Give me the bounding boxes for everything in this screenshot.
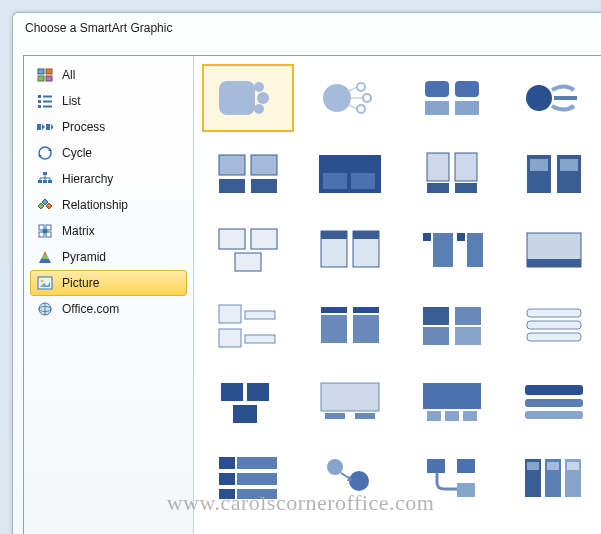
sidebar-item-all[interactable]: All	[30, 62, 187, 88]
svg-rect-23	[38, 180, 42, 183]
layout-thumb[interactable]	[510, 66, 598, 130]
svg-rect-4	[38, 95, 41, 98]
sidebar-item-label: All	[62, 68, 75, 82]
svg-marker-11	[42, 124, 45, 130]
svg-rect-131	[547, 462, 559, 470]
layout-thumb[interactable]	[204, 370, 292, 434]
list-icon	[36, 92, 54, 110]
layout-thumb[interactable]	[306, 66, 394, 130]
layout-thumb[interactable]	[408, 218, 496, 282]
sidebar-item-hierarchy[interactable]: Hierarchy	[30, 166, 187, 192]
svg-rect-75	[251, 229, 277, 249]
sidebar-item-label: Hierarchy	[62, 172, 113, 186]
layout-thumb[interactable]	[306, 218, 394, 282]
sidebar-item-relationship[interactable]: Relationship	[30, 192, 187, 218]
titlebar: Choose a SmartArt Graphic	[13, 13, 601, 45]
layout-thumb[interactable]	[204, 294, 292, 358]
sidebar-item-picture[interactable]: Picture	[30, 270, 187, 296]
svg-rect-55	[455, 81, 479, 97]
layout-thumb[interactable]	[204, 446, 292, 510]
layout-thumb[interactable]	[408, 294, 496, 358]
svg-rect-119	[219, 489, 235, 499]
svg-rect-132	[567, 462, 579, 470]
svg-rect-1	[46, 69, 52, 74]
layout-thumb[interactable]	[306, 142, 394, 206]
svg-marker-13	[51, 124, 53, 130]
svg-rect-65	[351, 173, 375, 189]
sidebar-item-label: Process	[62, 120, 105, 134]
svg-rect-84	[467, 233, 483, 267]
layout-thumb[interactable]	[510, 446, 598, 510]
layout-thumb[interactable]	[510, 218, 598, 282]
sidebar-item-list[interactable]: List	[30, 88, 187, 114]
svg-rect-118	[237, 473, 277, 485]
layout-grid	[204, 66, 595, 514]
layout-thumb[interactable]	[306, 370, 394, 434]
svg-rect-94	[353, 315, 379, 343]
layout-thumb[interactable]	[510, 142, 598, 206]
layout-thumb[interactable]	[408, 66, 496, 130]
svg-line-53	[349, 105, 357, 109]
svg-rect-86	[527, 259, 581, 267]
layout-thumb[interactable]	[204, 218, 292, 282]
dialog-content: All List Process Cycle	[23, 55, 601, 534]
sidebar-item-label: Office.com	[62, 302, 119, 316]
layout-thumb[interactable]	[306, 446, 394, 510]
sidebar-item-officecom[interactable]: Office.com	[30, 296, 187, 322]
layout-thumb[interactable]	[408, 370, 496, 434]
svg-rect-130	[527, 462, 539, 470]
sidebar-item-pyramid[interactable]: Pyramid	[30, 244, 187, 270]
svg-rect-80	[353, 231, 379, 239]
svg-marker-34	[43, 251, 47, 255]
layout-thumb[interactable]	[510, 370, 598, 434]
svg-point-14	[39, 147, 51, 159]
svg-rect-54	[425, 81, 449, 97]
svg-marker-26	[42, 199, 48, 205]
layout-thumb[interactable]	[204, 142, 292, 206]
layout-thumb[interactable]	[408, 446, 496, 510]
svg-point-49	[363, 94, 371, 102]
sidebar-item-matrix[interactable]: Matrix	[30, 218, 187, 244]
svg-rect-88	[245, 311, 275, 319]
svg-rect-12	[46, 124, 50, 130]
svg-rect-89	[219, 329, 241, 347]
svg-marker-27	[38, 203, 44, 209]
svg-rect-24	[43, 180, 47, 183]
sidebar-item-process[interactable]: Process	[30, 114, 187, 140]
layout-thumb[interactable]	[408, 142, 496, 206]
svg-point-48	[357, 83, 365, 91]
svg-rect-113	[525, 399, 583, 407]
svg-rect-76	[235, 253, 261, 271]
svg-rect-25	[48, 180, 52, 183]
svg-rect-73	[560, 159, 578, 171]
layout-thumb[interactable]	[204, 66, 292, 130]
svg-rect-108	[423, 383, 481, 409]
svg-rect-109	[427, 411, 441, 421]
svg-rect-111	[463, 411, 477, 421]
svg-point-50	[357, 105, 365, 113]
svg-rect-2	[38, 76, 44, 81]
layout-thumb[interactable]	[306, 294, 394, 358]
office-icon	[36, 300, 54, 318]
svg-line-51	[349, 87, 357, 91]
svg-point-33	[43, 229, 48, 234]
svg-rect-107	[355, 413, 375, 419]
svg-rect-74	[219, 229, 245, 249]
sidebar-item-cycle[interactable]: Cycle	[30, 140, 187, 166]
all-icon	[36, 66, 54, 84]
svg-rect-6	[38, 100, 41, 103]
picture-icon	[36, 274, 54, 292]
svg-rect-59	[219, 155, 245, 175]
svg-rect-115	[219, 457, 235, 469]
category-sidebar: All List Process Cycle	[24, 56, 194, 534]
svg-rect-7	[43, 101, 52, 103]
svg-rect-105	[321, 383, 379, 411]
svg-rect-102	[221, 383, 243, 401]
svg-point-58	[526, 85, 552, 111]
svg-rect-0	[38, 69, 44, 74]
sidebar-item-label: Picture	[62, 276, 99, 290]
hierarchy-icon	[36, 170, 54, 188]
svg-marker-28	[46, 203, 52, 209]
svg-rect-61	[219, 179, 245, 193]
layout-thumb[interactable]	[510, 294, 598, 358]
